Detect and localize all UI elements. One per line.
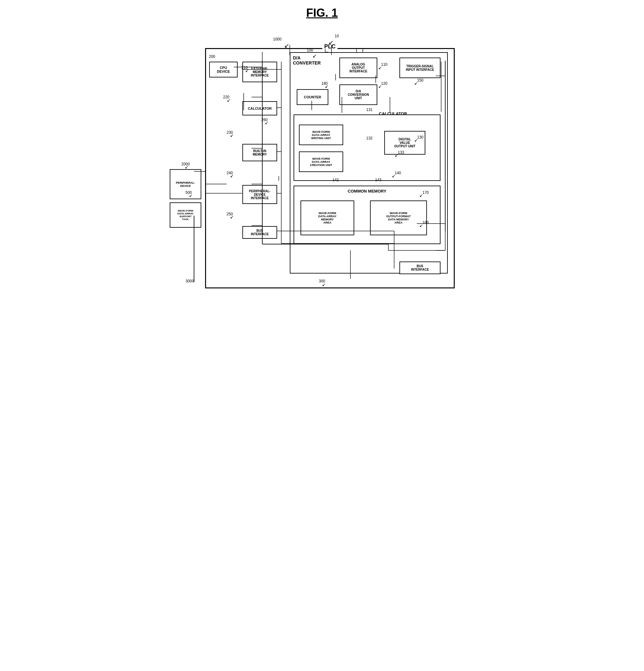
waveform-write-box: WAVE-FORMDATA-ARRAYWRITING UNIT <box>299 125 343 145</box>
da-converter-box: D/ACONVERTER ANALOGOUTPUTINTERFACE TRIGG… <box>290 52 448 274</box>
ref-140: 140 <box>395 171 401 175</box>
arrow-210: ↙ <box>245 68 249 73</box>
arrow-140: ↙ <box>392 173 396 178</box>
counter-label: COUNTER <box>304 95 321 99</box>
trigger-label: TRIGGER-SIGNALINPUT INTERFACE <box>406 64 434 72</box>
wf-tool-label: WAVE-FORMDATA-ARRAYSUPPORTTOOL <box>177 209 193 221</box>
cpu-device-box: CPUDEVICE <box>209 62 237 77</box>
periph-device-label: PERIPHERAL-DEVICE <box>176 181 195 188</box>
arrow-110: ↙ <box>378 65 382 70</box>
analog-output-label: ANALOGOUTPUTINTERFACE <box>349 63 368 73</box>
common-memory-box: COMMON MEMORY WAVE-FORMDATA-ARRAYMEMORYA… <box>294 186 440 244</box>
ref-133: 133 <box>398 150 404 155</box>
arrow-260: ↙ <box>265 120 269 125</box>
ext-memory-label: EXTERNALMEMORYINTERFACE <box>251 67 269 77</box>
ref-120: 120 <box>381 81 387 86</box>
arrow-160: ↙ <box>419 223 423 228</box>
arrow-133: ↙ <box>395 153 398 158</box>
arrow-150: ↙ <box>414 81 418 86</box>
ref-160: 160 <box>423 220 429 225</box>
bus-iface-cpu-label: BUSINTERFACE <box>251 229 269 236</box>
builtin-memory-box: BUILT-INMEMORY <box>242 144 277 161</box>
ref-142: 142 <box>332 178 339 182</box>
waveform-write-label: WAVE-FORMDATA-ARRAYWRITING UNIT <box>311 130 331 140</box>
bus-iface-da-box: BUSINTERFACE <box>399 262 440 274</box>
ref-132: 132 <box>366 136 373 140</box>
ref-10: 10 <box>335 34 339 38</box>
analog-output-box: ANALOGOUTPUTINTERFACE <box>339 58 377 78</box>
ref-1000: 1000 <box>273 37 282 41</box>
ref-143: 143 <box>375 178 382 182</box>
trigger-box: TRIGGER-SIGNALINPUT INTERFACE <box>399 58 440 78</box>
periph-iface-label: PERIPHERAL-DEVICEINTERFACE <box>249 189 270 200</box>
ref-150: 150 <box>417 78 423 83</box>
ref-200: 200 <box>209 54 215 59</box>
calculator-cpu-label: CALCULATOR <box>248 106 271 110</box>
da-conv-unit-box: D/ACONVERSIONUNIT <box>339 85 377 105</box>
diagram-area: PLC CPUDEVICE EXTERNALMEMORYINTERFACE CA… <box>180 29 464 301</box>
waveform-create-box: WAVE-FORMDATA-ARRAYCREATION UNIT <box>299 151 343 172</box>
figure-title: FIG. 1 <box>180 6 464 20</box>
arrow-220: ↙ <box>227 98 231 103</box>
arrow-130: ↙ <box>414 138 418 143</box>
calculator-da-box: WAVE-FORMDATA-ARRAYWRITING UNIT WAVE-FOR… <box>294 114 440 181</box>
ref-100: 100 <box>307 48 313 52</box>
arrow-170: ↙ <box>419 193 423 198</box>
digital-val-output-box: DIGITALVALUEOUTPUT UNIT <box>384 131 425 155</box>
wf-mem-area-label: WAVE-FORMDATA-ARRAYMEMORYAREA <box>318 212 336 224</box>
arrow-100: ↙ <box>312 53 317 59</box>
arrow-230: ↙ <box>230 133 234 138</box>
digital-val-label: DIGITALVALUEOUTPUT UNIT <box>394 138 415 148</box>
arrow-240: ↙ <box>230 173 234 178</box>
arrow-120: ↙ <box>378 84 382 89</box>
counter-box: COUNTER <box>297 89 328 105</box>
bus-iface-cpu-box: BUSINTERFACE <box>242 226 277 239</box>
wf-mem-area-box: WAVE-FORMDATA-ARRAYMEMORYAREA <box>300 201 354 235</box>
waveform-create-label: WAVE-FORMDATA-ARRAYCREATION UNIT <box>310 157 332 167</box>
arrow-250: ↙ <box>230 214 234 219</box>
cpu-device-label: CPUDEVICE <box>217 66 230 73</box>
ref-131: 131 <box>366 107 373 112</box>
arrow-180: ↙ <box>325 84 329 89</box>
wf-tool-box: WAVE-FORMDATA-ARRAYSUPPORTTOOL <box>170 202 201 228</box>
wf-out-mem-box: WAVE-FORMOUTPUT-FORMATDATA MEMORYAREA <box>370 201 427 235</box>
periph-iface-box: PERIPHERAL-DEVICEINTERFACE <box>242 185 277 204</box>
common-memory-label: COMMON MEMORY <box>348 189 386 193</box>
bus-iface-da-label: BUSINTERFACE <box>411 264 429 271</box>
arrow-300: ↙ <box>322 282 326 287</box>
builtin-memory-label: BUILT-INMEMORY <box>253 149 267 156</box>
arrow-10: ↙ <box>328 39 334 46</box>
arrow-2000: ↙ <box>185 164 189 169</box>
ref-110: 110 <box>381 62 387 67</box>
ref-3000: 3000 <box>185 279 194 283</box>
ref-130: 130 <box>417 135 423 139</box>
da-conv-unit-label: D/ACONVERSIONUNIT <box>348 89 369 100</box>
arrow-1000: ↙ <box>284 42 289 49</box>
arrow-500: ↙ <box>189 193 193 198</box>
calculator-cpu-box: CALCULATOR <box>242 101 277 115</box>
ref-170: 170 <box>423 190 429 195</box>
wf-out-mem-label: WAVE-FORMOUTPUT-FORMATDATA MEMORYAREA <box>386 212 411 224</box>
